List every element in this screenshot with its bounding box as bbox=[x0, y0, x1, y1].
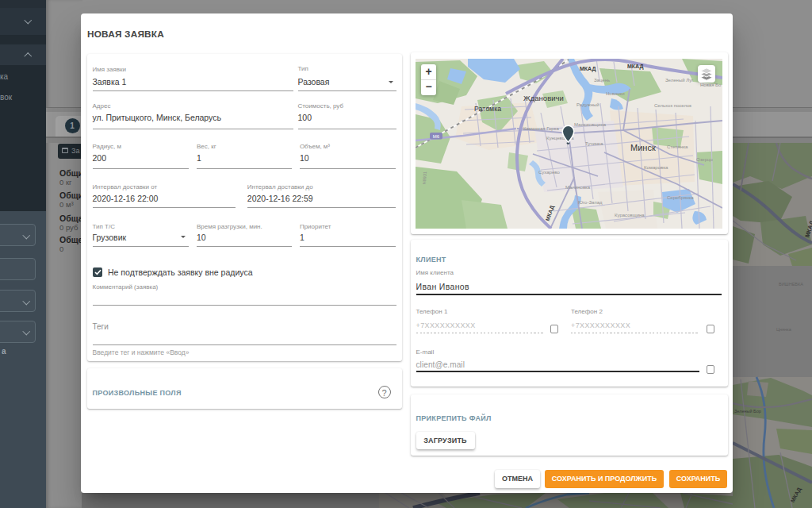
svg-text:Малиновка: Малиновка bbox=[565, 185, 591, 190]
svg-text:ВИШНЕВКА: ВИШНЕВКА bbox=[779, 282, 803, 287]
svg-text:Новинки: Новинки bbox=[606, 91, 625, 96]
svg-text:Озерцо: Озерцо bbox=[696, 157, 713, 162]
svg-text:Серебрянка: Серебрянка bbox=[667, 195, 694, 200]
svg-text:М6: М6 bbox=[433, 134, 440, 139]
svg-text:Юго-Запад: Юго-Запад bbox=[578, 200, 603, 205]
svg-text:Новая Бо: Новая Бо bbox=[700, 83, 722, 87]
svg-text:Сухарево: Сухарево bbox=[538, 170, 560, 175]
svg-text:Сельхоз поселок: Сельхоз поселок bbox=[654, 103, 691, 108]
svg-text:Ждановичи: Ждановичи bbox=[523, 94, 564, 102]
svg-text:МКАД: МКАД bbox=[627, 64, 643, 70]
svg-text:Тучинка: Тучинка bbox=[585, 141, 603, 146]
svg-text:Цнянка: Цнянка bbox=[776, 327, 792, 332]
svg-text:Зеленый Луг: Зеленый Луг bbox=[665, 78, 694, 83]
svg-text:Зеленый Бор: Зеленый Бор bbox=[734, 409, 761, 414]
svg-text:Масюковщина: Масюковщина bbox=[574, 122, 607, 127]
svg-text:Курасовщина: Курасовщина bbox=[615, 213, 645, 217]
svg-text:Ратомка: Ратомка bbox=[474, 105, 501, 113]
svg-text:Минск: Минск bbox=[630, 143, 656, 152]
svg-text:МКАД: МКАД bbox=[580, 66, 596, 72]
svg-text:Степянка: Степянка bbox=[667, 144, 688, 149]
svg-text:Зацень: Зацень bbox=[594, 78, 610, 83]
svg-text:Радужный: Радужный bbox=[576, 102, 599, 107]
svg-text:Каменная Горка: Каменная Горка bbox=[523, 126, 559, 131]
svg-text:Комаровка: Комаровка bbox=[644, 165, 668, 170]
